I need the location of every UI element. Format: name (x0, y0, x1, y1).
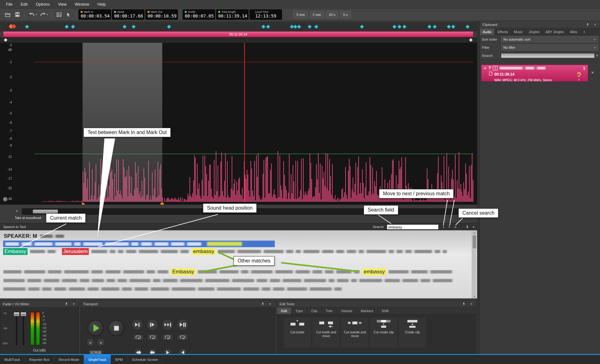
tab-add[interactable]: + (581, 28, 588, 35)
clipboard-list[interactable]: ► T 1 1 00:11:39.14 WAV, MPEG; 48.0 kHz,… (480, 60, 600, 354)
clipboard-search-input[interactable] (501, 53, 595, 58)
timeline-ruler[interactable] (0, 37, 477, 43)
next-match-icon[interactable]: ▼ (446, 224, 452, 230)
waveform-area[interactable]: 0-1-2-3-4-5-6-7-8-9-11-14-17-22-40dB (0, 43, 477, 205)
timeline-marker-icon[interactable] (293, 25, 297, 29)
pin-icon[interactable] (461, 302, 466, 307)
close-icon[interactable]: × (71, 302, 76, 307)
start-marker-icon[interactable] (12, 24, 17, 29)
timeline-marker-icon[interactable] (466, 25, 470, 29)
loop-after-button[interactable] (177, 334, 188, 340)
zoom-20s-button[interactable]: 20 s (326, 11, 339, 18)
corner-knob-icon[interactable] (3, 197, 8, 202)
close-icon[interactable]: × (268, 302, 273, 307)
timeline-marker-icon[interactable] (167, 25, 171, 29)
cancel-search-icon[interactable]: × (453, 224, 458, 230)
other-match-word[interactable]: embassy (192, 248, 215, 255)
negative-match-word[interactable]: Jerusalem (62, 248, 89, 255)
item-play-icon[interactable]: ► (484, 67, 487, 70)
timeline-marker-icon[interactable] (308, 25, 312, 29)
rewind-button[interactable]: « (86, 338, 94, 347)
cut-inside-move-button[interactable]: Cut inside and move (312, 317, 340, 348)
tab-markers[interactable]: Markers (357, 307, 378, 314)
tab-shift[interactable]: Shift (378, 307, 393, 314)
sound-head-cursor[interactable] (244, 43, 245, 202)
filter-dropdown[interactable]: No filter ▼ (501, 44, 598, 51)
menu-edit[interactable]: Edit (17, 0, 32, 8)
collapse-item-icon[interactable]: « (577, 78, 582, 81)
export-icon[interactable] (54, 10, 64, 19)
tab-audio[interactable]: Audio (480, 28, 495, 35)
fader-track[interactable] (23, 312, 24, 345)
timeline-marker-icon[interactable] (433, 25, 437, 29)
forward-button[interactable]: » (97, 338, 105, 347)
menu-file[interactable]: File (2, 0, 17, 8)
fader-knob[interactable] (21, 312, 26, 316)
loop-all-button[interactable] (133, 334, 144, 340)
menu-window[interactable]: Window (71, 0, 93, 8)
cut-inside-button[interactable]: Cut inside (283, 317, 311, 348)
scrollbar-thumb[interactable] (473, 235, 476, 248)
play-pause-button[interactable] (177, 319, 188, 330)
create-clip-button[interactable]: Create clip (398, 317, 426, 348)
close-icon[interactable]: × (592, 22, 597, 27)
play-from-mark-button[interactable] (147, 319, 158, 330)
speech-scrollbar[interactable]: ▲ ▼ (472, 230, 476, 298)
timeline-marker-icon[interactable] (451, 25, 455, 29)
timeline-marker-icon[interactable] (261, 25, 265, 29)
save-icon[interactable] (13, 10, 22, 19)
timeline-marker-strip[interactable] (0, 22, 477, 31)
timeline-marker-icon[interactable] (360, 25, 364, 29)
undo-dropdown-icon[interactable]: ▼ (35, 13, 38, 16)
play-to-end-button[interactable] (162, 319, 173, 330)
play-button[interactable] (88, 320, 104, 336)
open-folder-icon[interactable] (3, 10, 13, 19)
taskbar-reporter-box[interactable]: Reporter Box (25, 355, 54, 364)
timeline-marker-icon[interactable] (65, 25, 69, 29)
redo-dropdown-icon[interactable]: ▼ (46, 13, 48, 16)
range-handle-right-icon[interactable] (469, 38, 472, 42)
overview-progress-bar[interactable]: 00:11:39.14 (3, 31, 473, 37)
tab-aby-jingles[interactable]: ABY Jingles (543, 28, 567, 35)
pin-icon[interactable] (585, 22, 590, 27)
cut-outside-move-button[interactable]: Cut outside and move (341, 317, 369, 348)
previous-match-icon[interactable]: ▲ (441, 224, 446, 230)
pin-icon[interactable] (465, 224, 470, 230)
timeline-marker-icon[interactable] (266, 25, 270, 29)
menu-view[interactable]: View (54, 0, 71, 8)
zoom-2min-button[interactable]: 2 min (310, 11, 324, 18)
loop-before-button[interactable] (162, 334, 173, 340)
remove-item-icon[interactable]: × (591, 70, 594, 75)
timeline-marker-icon[interactable] (402, 25, 406, 29)
current-match-word[interactable]: Embassy (3, 248, 28, 255)
timeline-marker-icon[interactable] (25, 25, 29, 29)
taskbar-multitrack[interactable]: MultiTrack (0, 355, 25, 364)
taskbar-bpm[interactable]: BPM (111, 355, 128, 364)
play-to-mark-button[interactable] (132, 319, 143, 330)
clipboard-item[interactable]: ► T 1 1 00:11:39.14 WAV, MPEG; 48.0 kHz,… (481, 65, 588, 82)
timeline-marker-icon[interactable] (447, 25, 451, 29)
timeline-marker-icon[interactable] (71, 25, 75, 29)
scroll-down-icon[interactable]: ▼ (472, 294, 477, 298)
zoom-5min-button[interactable]: 5 min (293, 11, 308, 18)
timeline-marker-icon[interactable] (123, 25, 127, 29)
scrollbar-thumb[interactable] (33, 210, 58, 213)
tab-type[interactable]: Type (291, 307, 307, 314)
mark-in-handle-icon[interactable] (82, 202, 85, 205)
timeline-marker-icon[interactable] (297, 25, 301, 29)
close-icon[interactable]: × (469, 302, 474, 307)
vertical-splitter[interactable] (477, 21, 480, 354)
tab-music[interactable]: Music (511, 28, 526, 35)
selector-tool-icon[interactable] (64, 10, 73, 19)
mark-out-handle-icon[interactable] (160, 202, 164, 205)
tab-volume[interactable]: Volume (337, 307, 357, 314)
speech-search-input[interactable] (387, 224, 439, 230)
tab-effects[interactable]: Effects (495, 28, 511, 35)
scroll-left-icon[interactable]: ◄ (15, 209, 18, 212)
pin-icon[interactable] (260, 302, 265, 307)
timeline-marker-icon[interactable] (132, 25, 136, 29)
fader-track[interactable] (16, 312, 17, 345)
mark-selection-overlay[interactable] (83, 43, 162, 202)
taskbar-schedule-screen[interactable]: Schedule Screen (128, 355, 163, 364)
marked-text-selection[interactable] (3, 241, 275, 247)
